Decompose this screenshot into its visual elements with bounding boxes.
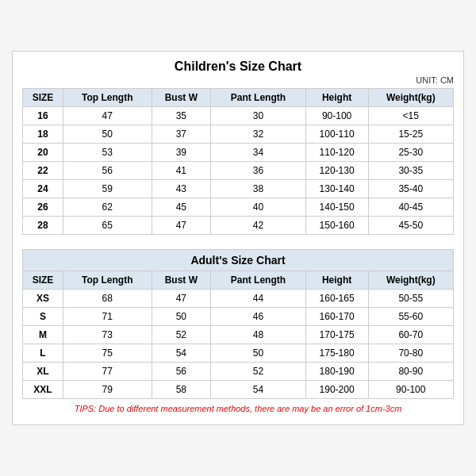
children-col-header: Pant Length bbox=[211, 89, 306, 107]
table-row: 28654742150-16045-50 bbox=[23, 217, 454, 235]
table-row: 18503732100-11015-25 bbox=[23, 125, 454, 144]
adults-col-header: Weight(kg) bbox=[368, 271, 453, 290]
table-row: XL775652180-19080-90 bbox=[23, 363, 454, 381]
table-row: 22564136120-13030-35 bbox=[23, 162, 454, 180]
adults-col-header: Bust W bbox=[152, 271, 211, 290]
table-row: 1647353090-100<15 bbox=[23, 107, 454, 125]
children-col-header: Bust W bbox=[152, 89, 211, 107]
table-row: 20533934110-12025-30 bbox=[23, 144, 454, 162]
table-row: XS684744160-16550-55 bbox=[23, 290, 454, 308]
children-col-header: Top Length bbox=[63, 89, 152, 107]
adults-col-header: Top Length bbox=[63, 271, 152, 290]
adults-col-header: Pant Length bbox=[211, 271, 306, 290]
tips-text: TIPS: Due to different measurement metho… bbox=[75, 404, 402, 413]
children-col-header: Height bbox=[305, 89, 368, 107]
unit-label: UNIT: CM bbox=[22, 75, 454, 85]
table-row: M735248170-17560-70 bbox=[23, 326, 454, 344]
adults-col-header: SIZE bbox=[23, 271, 63, 290]
table-row: L755450175-18070-80 bbox=[23, 344, 454, 363]
children-col-header: SIZE bbox=[23, 89, 63, 107]
children-col-header: Weight(kg) bbox=[368, 89, 453, 107]
chart-title: Children's Size Chart bbox=[22, 60, 454, 74]
table-row: 24594338130-14035-40 bbox=[23, 180, 454, 198]
adults-col-header: Height bbox=[305, 271, 368, 290]
size-chart: Children's Size Chart UNIT: CM SIZETop L… bbox=[12, 51, 464, 425]
children-table: SIZETop LengthBust WPant LengthHeightWei… bbox=[22, 88, 454, 235]
tips-row: TIPS: Due to different measurement metho… bbox=[22, 399, 454, 416]
table-row: 26624540140-15040-45 bbox=[23, 198, 454, 217]
table-row: S715046160-17055-60 bbox=[23, 308, 454, 326]
adults-table: Adult's Size ChartSIZETop LengthBust WPa… bbox=[22, 249, 454, 399]
tips-table: TIPS: Due to different measurement metho… bbox=[22, 399, 454, 416]
table-row: XXL795854190-20090-100 bbox=[23, 381, 454, 399]
adults-section-title: Adult's Size Chart bbox=[23, 250, 454, 271]
